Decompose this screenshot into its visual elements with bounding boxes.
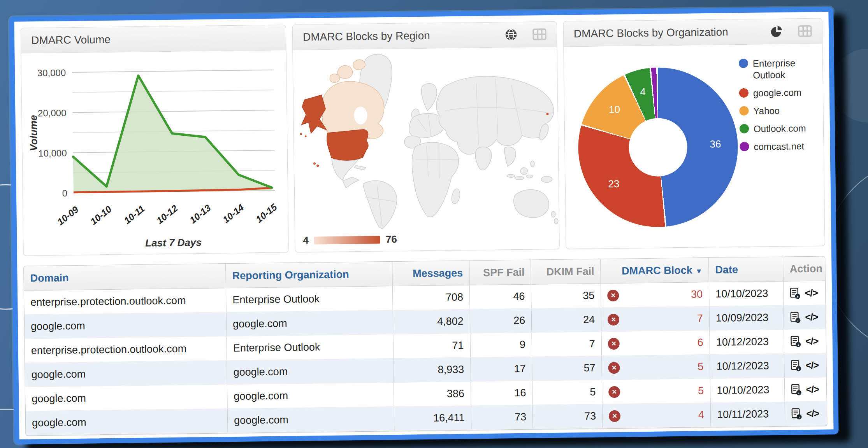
svg-text:0: 0 bbox=[62, 188, 67, 198]
panel-header: DMARC Blocks by Region bbox=[293, 22, 557, 50]
map-new-zealand bbox=[552, 211, 555, 217]
legend-item: Outlook.com bbox=[740, 122, 819, 135]
map-new-zealand bbox=[554, 219, 558, 224]
xml-source-icon[interactable]: </> bbox=[805, 312, 818, 323]
region-map-body: 4 76 bbox=[293, 47, 559, 252]
cell-date: 10/12/2023 bbox=[710, 329, 784, 354]
legend-dot bbox=[739, 59, 748, 68]
legend-item: Enterprise Outlook bbox=[739, 57, 819, 82]
xml-source-icon[interactable]: </> bbox=[805, 287, 818, 299]
legend-dot bbox=[740, 124, 749, 133]
xml-source-icon[interactable]: </> bbox=[805, 336, 819, 347]
cell-dkim-fail: 24 bbox=[531, 308, 601, 332]
cell-reporting-organization: Enterprise Outlook bbox=[226, 286, 393, 312]
cell-dkim-fail: 57 bbox=[532, 356, 602, 381]
panel-toolbar bbox=[504, 28, 546, 41]
desktop-background: DMARC Volume 010,00020,00030,00010-0910-… bbox=[0, 0, 868, 448]
report-info-icon[interactable] bbox=[791, 360, 802, 371]
cell-messages: 4,802 bbox=[393, 309, 470, 334]
cell-domain: google.com bbox=[25, 312, 227, 339]
column-header-reporting-organization[interactable]: Reporting Organization bbox=[226, 262, 393, 288]
legend-label: Yahoo bbox=[753, 105, 780, 117]
legend-max-value: 76 bbox=[386, 233, 397, 245]
dmarc-block-count: 30 bbox=[691, 288, 703, 300]
cell-action: </> bbox=[784, 281, 826, 305]
table-icon[interactable] bbox=[798, 25, 812, 37]
cell-date: 10/10/2023 bbox=[709, 281, 784, 306]
legend-dot bbox=[740, 142, 749, 151]
legend-label: Enterprise Outlook bbox=[753, 57, 819, 81]
cell-dmarc-block: ✕30 bbox=[601, 282, 710, 308]
report-info-icon[interactable] bbox=[791, 384, 802, 396]
cell-spf-fail: 26 bbox=[470, 308, 532, 333]
map-india bbox=[475, 147, 492, 170]
svg-text:10-13: 10-13 bbox=[188, 202, 213, 226]
map-africa bbox=[412, 142, 459, 217]
map-indonesia bbox=[515, 177, 524, 180]
svg-text:10,000: 10,000 bbox=[38, 148, 67, 159]
sort-desc-icon: ▼ bbox=[696, 267, 703, 275]
donut-ring: 3623104 bbox=[577, 66, 739, 228]
cell-domain: enterprise.protection.outlook.com bbox=[25, 336, 227, 363]
slice-value-label: 10 bbox=[609, 104, 620, 116]
cell-dmarc-block: ✕4 bbox=[602, 403, 711, 428]
donut-chart: 3623104 bbox=[577, 66, 739, 228]
cell-date: 10/11/2023 bbox=[710, 402, 785, 427]
cell-reporting-organization: google.com bbox=[226, 310, 393, 336]
block-x-icon: ✕ bbox=[608, 338, 620, 349]
table-icon[interactable] bbox=[532, 28, 546, 40]
cell-messages: 708 bbox=[393, 285, 470, 310]
xml-source-icon[interactable]: </> bbox=[806, 384, 819, 395]
pie-chart-icon[interactable] bbox=[770, 25, 783, 38]
cards-row: DMARC Volume 010,00020,00030,00010-0910-… bbox=[21, 18, 825, 256]
choropleth-legend: 4 76 bbox=[303, 233, 397, 247]
report-info-icon[interactable] bbox=[791, 336, 801, 347]
svg-text:Last 7 Days: Last 7 Days bbox=[145, 236, 202, 249]
map-mexico bbox=[332, 158, 359, 180]
cell-reporting-organization: Enterprise Outlook bbox=[227, 334, 394, 360]
world-choropleth-map bbox=[293, 47, 559, 232]
report-info-icon[interactable] bbox=[790, 312, 801, 323]
cell-action: </> bbox=[784, 305, 826, 329]
cell-date: 10/10/2023 bbox=[710, 378, 785, 402]
block-x-icon: ✕ bbox=[608, 313, 619, 325]
map-se-asia bbox=[504, 147, 516, 166]
dmarc-block-count: 6 bbox=[698, 336, 703, 348]
column-header-domain[interactable]: Domain bbox=[24, 264, 226, 290]
panel-title: DMARC Blocks by Region bbox=[303, 30, 430, 44]
dmarc-block-count: 5 bbox=[698, 385, 704, 397]
panel-header: DMARC Volume bbox=[21, 25, 286, 53]
legend-item: comcast.net bbox=[740, 140, 819, 153]
map-cuba bbox=[354, 165, 366, 170]
legend-gradient-bar bbox=[314, 236, 380, 244]
map-indonesia bbox=[507, 174, 515, 177]
cell-dkim-fail: 5 bbox=[532, 380, 603, 405]
map-central-america bbox=[343, 177, 359, 188]
cell-action: </> bbox=[785, 377, 827, 402]
legend-item: Yahoo bbox=[739, 105, 819, 117]
donut-legend: Enterprise Outlook google.com Yahoo bbox=[739, 57, 820, 159]
column-header-dmarc-block[interactable]: DMARC Block▼ bbox=[601, 258, 709, 284]
cell-dmarc-block: ✕5 bbox=[602, 379, 711, 404]
cell-date: 10/12/2023 bbox=[710, 354, 785, 378]
column-header-dkim-fail[interactable]: DKIM Fail bbox=[531, 259, 601, 284]
report-info-icon[interactable] bbox=[791, 408, 802, 420]
column-header-date[interactable]: Date bbox=[709, 257, 784, 282]
panel-dmarc-blocks-by-region: DMARC Blocks by Region bbox=[292, 21, 560, 252]
cell-dmarc-block: ✕5 bbox=[602, 355, 710, 380]
panel-dmarc-volume: DMARC Volume 010,00020,00030,00010-0910-… bbox=[21, 24, 289, 256]
legend-item: google.com bbox=[739, 87, 819, 100]
cell-spf-fail: 46 bbox=[469, 284, 531, 309]
globe-icon[interactable] bbox=[504, 28, 518, 41]
cell-reporting-organization: google.com bbox=[227, 382, 394, 408]
cell-reporting-organization: google.com bbox=[227, 358, 394, 384]
block-x-icon: ✕ bbox=[608, 386, 620, 397]
cell-spf-fail: 17 bbox=[470, 357, 532, 382]
column-header-spf-fail[interactable]: SPF Fail bbox=[469, 260, 531, 285]
report-info-icon[interactable] bbox=[790, 287, 801, 299]
xml-source-icon[interactable]: </> bbox=[806, 408, 819, 419]
column-header-messages[interactable]: Messages bbox=[392, 261, 469, 286]
column-header-action[interactable]: Action bbox=[783, 256, 825, 281]
legend-label: Outlook.com bbox=[754, 122, 806, 135]
xml-source-icon[interactable]: </> bbox=[806, 360, 819, 371]
